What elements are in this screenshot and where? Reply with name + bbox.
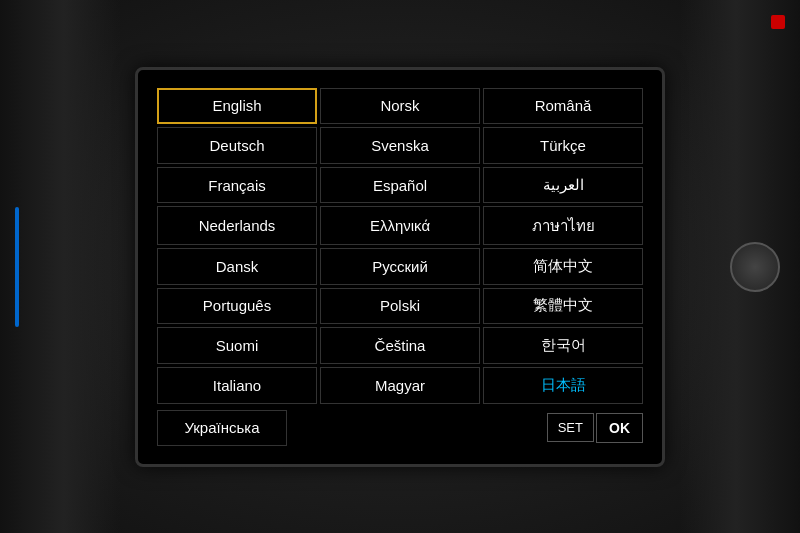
blue-indicator: [15, 207, 19, 327]
language-option-dansk[interactable]: Dansk: [157, 248, 317, 285]
right-controls: [730, 242, 780, 292]
language-option-nederlands[interactable]: Nederlands: [157, 206, 317, 245]
language-option-korean[interactable]: 한국어: [483, 327, 643, 364]
language-option-francais[interactable]: Français: [157, 167, 317, 204]
bottom-row: Українська SET OK: [157, 410, 643, 446]
bottom-left: Українська: [157, 410, 287, 446]
language-option-suomi[interactable]: Suomi: [157, 327, 317, 364]
control-wheel[interactable]: [730, 242, 780, 292]
language-option-english[interactable]: English: [157, 88, 317, 125]
language-option-norsk[interactable]: Norsk: [320, 88, 480, 125]
language-option-polski[interactable]: Polski: [320, 288, 480, 325]
language-option-japanese[interactable]: 日本語: [483, 367, 643, 404]
language-option-greek[interactable]: Ελληνικά: [320, 206, 480, 245]
language-option-cestina[interactable]: Čeština: [320, 327, 480, 364]
language-option-espanol[interactable]: Español: [320, 167, 480, 204]
language-option-deutsch[interactable]: Deutsch: [157, 127, 317, 164]
screen-bezel: English Norsk Română Deutsch Svenska Tür…: [135, 67, 665, 467]
language-option-thai[interactable]: ภาษาไทย: [483, 206, 643, 245]
set-button[interactable]: SET: [547, 413, 594, 442]
language-option-simplified-chinese[interactable]: 简体中文: [483, 248, 643, 285]
red-indicator: [771, 15, 785, 29]
language-option-russian[interactable]: Русский: [320, 248, 480, 285]
language-option-italiano[interactable]: Italiano: [157, 367, 317, 404]
language-option-ukrainian[interactable]: Українська: [157, 410, 287, 446]
language-option-traditional-chinese[interactable]: 繁體中文: [483, 288, 643, 325]
language-option-romana[interactable]: Română: [483, 88, 643, 125]
language-option-portugues[interactable]: Português: [157, 288, 317, 325]
language-option-arabic[interactable]: العربية: [483, 167, 643, 204]
language-option-turkce[interactable]: Türkçe: [483, 127, 643, 164]
language-screen: English Norsk Română Deutsch Svenska Tür…: [145, 76, 655, 458]
camera-body: English Norsk Română Deutsch Svenska Tür…: [0, 0, 800, 533]
language-option-magyar[interactable]: Magyar: [320, 367, 480, 404]
language-option-svenska[interactable]: Svenska: [320, 127, 480, 164]
ok-button[interactable]: OK: [596, 413, 643, 443]
set-ok-controls: SET OK: [547, 413, 643, 443]
language-grid: English Norsk Română Deutsch Svenska Tür…: [157, 88, 643, 404]
